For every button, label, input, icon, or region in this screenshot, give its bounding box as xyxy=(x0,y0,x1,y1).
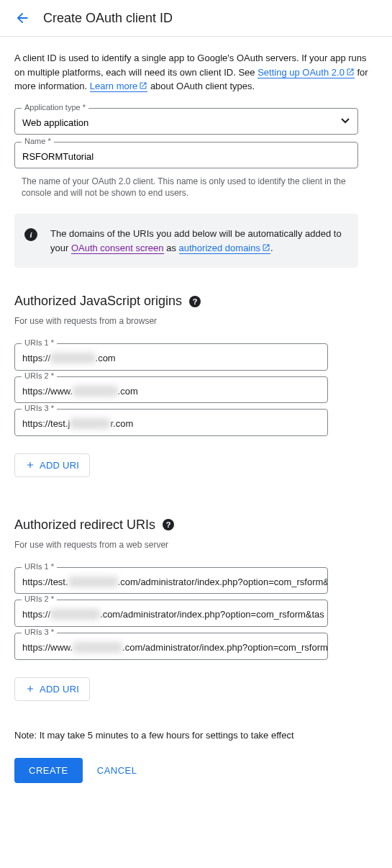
setup-oauth-link[interactable]: Setting up OAuth 2.0 xyxy=(257,67,355,78)
info-part2: as xyxy=(166,243,178,253)
learn-more-link-text: Learn more xyxy=(90,81,137,91)
intro-part3: about OAuth client types. xyxy=(150,81,255,91)
page-title: Create OAuth client ID xyxy=(43,11,173,26)
authorized-domains-link-text: authorized domains xyxy=(179,243,260,253)
name-input[interactable] xyxy=(14,142,358,168)
js-origin-label-3: URIs 3 * xyxy=(22,404,57,412)
learn-more-link[interactable]: Learn more xyxy=(90,81,147,92)
intro-text: A client ID is used to identify a single… xyxy=(14,51,378,94)
page-header: Create OAuth client ID xyxy=(0,0,392,37)
back-arrow-icon[interactable] xyxy=(14,10,30,26)
help-icon[interactable]: ? xyxy=(189,296,201,307)
info-icon: i xyxy=(24,228,37,241)
redirect-uri-field-2: URIs 2 *https://xxxxxxxxxx.com/administr… xyxy=(14,600,328,627)
redirect-uri-input-3[interactable]: https://www.xxxxxxxxxx.com/administrator… xyxy=(14,633,328,660)
note-text: Note: It may take 5 minutes to a few hou… xyxy=(14,730,378,741)
js-origin-field-1: URIs 1 *https://xxxxxxxxx.com xyxy=(14,343,328,371)
create-button[interactable]: CREATE xyxy=(14,758,83,783)
redirect-uris-sub: For use with requests from a web server xyxy=(14,540,378,550)
js-origin-input-3[interactable]: https://test.jxxxxxxxxr.com xyxy=(14,409,328,436)
redirect-uri-label-1: URIs 1 * xyxy=(22,562,57,571)
redirect-uris-header: Authorized redirect URIs ? xyxy=(14,517,378,533)
info-box: i The domains of the URIs you add below … xyxy=(14,214,358,268)
js-origins-sub: For use with requests from a browser xyxy=(14,316,378,326)
js-origins-header: Authorized JavaScript origins ? xyxy=(14,294,378,309)
add-js-uri-button[interactable]: ADD URI xyxy=(14,453,90,477)
js-origin-label-1: URIs 1 * xyxy=(22,338,57,347)
application-type-field: Application type * Web application xyxy=(14,108,358,135)
external-link-icon xyxy=(139,81,147,90)
cancel-button[interactable]: CANCEL xyxy=(97,765,137,776)
redirect-uris-list: URIs 1 *https://test.xxxxxxxxxx.com/admi… xyxy=(14,567,328,660)
redirect-uri-field-3: URIs 3 *https://www.xxxxxxxxxx.com/admin… xyxy=(14,633,328,660)
info-text: The domains of the URIs you add below wi… xyxy=(50,227,345,255)
help-icon[interactable]: ? xyxy=(163,519,174,530)
plus-icon xyxy=(25,684,35,694)
redirect-uri-label-2: URIs 2 * xyxy=(22,595,57,603)
redirect-uri-input-1[interactable]: https://test.xxxxxxxxxx.com/administrato… xyxy=(14,567,328,595)
redirect-uri-label-3: URIs 3 * xyxy=(22,628,57,636)
application-type-label: Application type * xyxy=(22,103,88,112)
authorized-domains-link[interactable]: authorized domains xyxy=(179,243,270,254)
name-field: Name * xyxy=(14,142,358,168)
info-part3: . xyxy=(270,243,273,253)
redirect-uri-field-1: URIs 1 *https://test.xxxxxxxxxx.com/admi… xyxy=(14,567,328,595)
external-link-icon xyxy=(346,68,355,76)
application-type-select[interactable]: Web application xyxy=(14,108,358,135)
name-helper-text: The name of your OAuth 2.0 client. This … xyxy=(22,176,352,200)
actions-row: CREATE CANCEL xyxy=(14,758,378,783)
add-js-uri-label: ADD URI xyxy=(40,460,79,471)
js-origins-title: Authorized JavaScript origins xyxy=(14,294,182,309)
consent-screen-link[interactable]: OAuth consent screen xyxy=(71,243,164,254)
js-origin-input-2[interactable]: https://www.xxxxxxxxx.com xyxy=(14,376,328,404)
setup-oauth-link-text: Setting up OAuth 2.0 xyxy=(257,67,345,78)
redirect-uris-title: Authorized redirect URIs xyxy=(14,517,155,533)
redirect-uri-input-2[interactable]: https://xxxxxxxxxx.com/administrator/ind… xyxy=(14,600,328,627)
external-link-icon xyxy=(262,243,270,252)
add-redirect-uri-button[interactable]: ADD URI xyxy=(14,677,90,701)
js-origins-list: URIs 1 *https://xxxxxxxxx.comURIs 2 *htt… xyxy=(14,343,328,436)
name-label: Name * xyxy=(22,137,54,145)
js-origin-label-2: URIs 2 * xyxy=(22,371,57,380)
js-origin-field-3: URIs 3 *https://test.jxxxxxxxxr.com xyxy=(14,409,328,436)
plus-icon xyxy=(25,460,35,470)
add-redirect-uri-label: ADD URI xyxy=(40,684,79,695)
js-origin-input-1[interactable]: https://xxxxxxxxx.com xyxy=(14,343,328,371)
js-origin-field-2: URIs 2 *https://www.xxxxxxxxx.com xyxy=(14,376,328,404)
